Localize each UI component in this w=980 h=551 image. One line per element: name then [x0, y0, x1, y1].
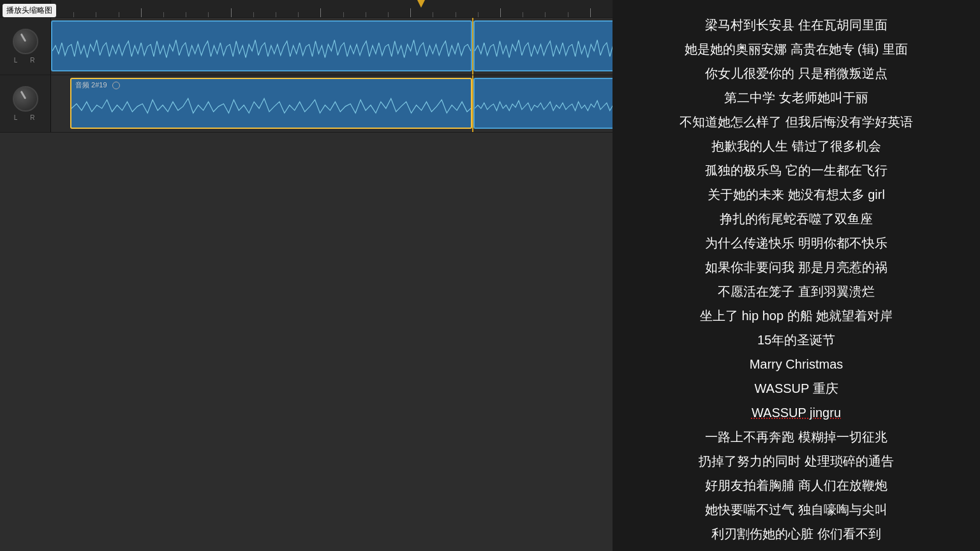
lyrics-line-20: 她快要喘不过气 独自嚎啕与尖叫 [612, 497, 980, 522]
track-row-1: L R /* waveform lines rendered below via… [0, 18, 612, 75]
lyrics-line-0: 梁马村到长安县 住在瓦胡同里面 [612, 13, 980, 37]
ruler-tick [366, 12, 388, 17]
lr-label-2: L R [14, 114, 37, 121]
ruler-tick [119, 12, 141, 17]
ruler-tick [456, 12, 478, 17]
ruler-tick [343, 12, 366, 17]
ruler-tick [73, 12, 96, 17]
lyrics-line-18: 扔掉了努力的同时 处理琐碎的通告 [612, 449, 980, 473]
tracks-container: L R /* waveform lines rendered below via… [0, 18, 612, 551]
ruler-tick [590, 8, 612, 17]
ruler-tick [433, 12, 455, 17]
audio-clip-2b[interactable] [473, 78, 612, 129]
lyrics-line-7: 关于她的未来 她没有想太多 girl [612, 182, 980, 207]
audio-clip-1b[interactable] [473, 20, 612, 71]
waveform-1b [475, 34, 612, 68]
lyrics-line-4: 不知道她怎么样了 但我后悔没有学好英语 [612, 110, 980, 134]
lyrics-line-11: 不愿活在笼子 直到羽翼溃烂 [612, 279, 980, 304]
lyrics-line-14: Marry Christmas [612, 352, 980, 376]
waveform-2b [475, 92, 612, 125]
ruler-tick [320, 8, 343, 17]
audio-clip-2a[interactable]: 音频 2#19 [70, 78, 472, 129]
ruler-tick [163, 12, 186, 17]
ruler-tick [410, 8, 433, 17]
ruler-tick [545, 12, 567, 17]
lyrics-line-10: 如果你非要问我 那是月亮惹的祸 [612, 255, 980, 279]
volume-knob-1[interactable] [13, 29, 38, 54]
clip-circle [112, 82, 120, 89]
ruler-left-spacer: 播放头缩略图 [0, 0, 51, 17]
ruler-tick [253, 12, 276, 17]
lyrics-line-22: 看不到她的跳动 看不到她的笑 [612, 546, 980, 551]
track-controls-2: L R [0, 75, 51, 132]
lyrics-line-2: 你女儿很爱你的 只是稍微叛逆点 [612, 61, 980, 85]
lyrics-line-19: 好朋友拍着胸脯 商人们在放鞭炮 [612, 473, 980, 497]
lyrics-line-15: WASSUP 重庆 [612, 376, 980, 400]
track-controls-1: L R [0, 18, 51, 75]
ruler-tick [568, 12, 590, 17]
waveform-1a: /* waveform lines rendered below via JS … [52, 34, 471, 68]
ruler-tick [478, 12, 500, 17]
lyrics-line-12: 坐上了 hip hop 的船 她就望着对岸 [612, 304, 980, 328]
ruler-bar: 播放头缩略图 [0, 0, 612, 18]
track-content-2[interactable]: 音频 2#19 [51, 75, 612, 132]
lyrics-line-1: 她是她的奥丽安娜 高贵在她专 (辑) 里面 [612, 37, 980, 61]
ruler-tick [276, 12, 298, 17]
lyrics-line-5: 抱歉我的人生 错过了很多机会 [612, 134, 980, 158]
ruler-tick [186, 12, 208, 17]
clip-name: 音频 2#19 [75, 80, 107, 90]
ruler-tick [141, 8, 163, 17]
lyrics-line-8: 挣扎的衔尾蛇吞噬了双鱼座 [612, 207, 980, 231]
lyrics-line-6: 孤独的极乐鸟 它的一生都在飞行 [612, 158, 980, 182]
lyrics-line-17: 一路上不再奔跑 模糊掉一切征兆 [612, 425, 980, 449]
clip-label-2a: 音频 2#19 [71, 79, 471, 91]
lyrics-line-16: WASSUP jingru [612, 400, 980, 425]
ruler-tick [523, 12, 545, 17]
lyrics-line-9: 为什么传递快乐 明明你都不快乐 [612, 231, 980, 255]
ruler-tick [96, 12, 118, 17]
ruler-tick [298, 12, 320, 17]
lyrics-line-13: 15年的圣诞节 [612, 328, 980, 352]
ruler-tick [500, 8, 523, 17]
empty-tracks [0, 133, 612, 551]
track-content-1[interactable]: /* waveform lines rendered below via JS … [51, 18, 612, 75]
track-row-2: L R 音频 2#19 [0, 75, 612, 133]
ruler-ticks[interactable] [51, 0, 612, 17]
ruler-tick [231, 8, 253, 17]
waveform-2a [71, 92, 471, 125]
volume-knob-2[interactable] [13, 86, 38, 112]
audio-clip-1a[interactable]: /* waveform lines rendered below via JS … [51, 20, 472, 71]
lr-label-1: L R [14, 57, 37, 64]
lyrics-line-21: 利刃割伤她的心脏 你们看不到 [612, 522, 980, 546]
tracks-panel: 播放头缩略图 [0, 0, 612, 551]
lyrics-panel[interactable]: 梁马村到长安县 住在瓦胡同里面她是她的奥丽安娜 高贵在她专 (辑) 里面你女儿很… [612, 0, 980, 551]
playhead-thumbnail-tooltip: 播放头缩略图 [3, 4, 56, 17]
lyrics-line-3: 第二中学 女老师她叫于丽 [612, 85, 980, 110]
ruler-tick [388, 12, 410, 17]
ruler-tick [208, 12, 230, 17]
